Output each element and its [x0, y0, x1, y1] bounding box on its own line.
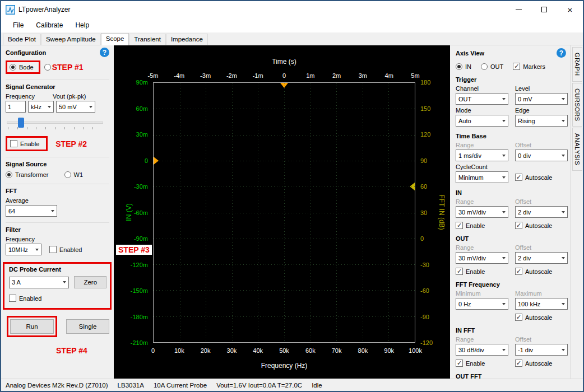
side-tab-cursors[interactable]: CURSORS — [572, 83, 582, 127]
maximize-button[interactable] — [531, 1, 557, 18]
markers-checkbox[interactable]: Markers — [513, 63, 545, 70]
trigger-edge-select[interactable]: Rising — [515, 115, 568, 127]
fft-frequency-autoscale-checkbox[interactable]: Autoscale — [515, 314, 568, 321]
tab-bode-plot[interactable]: Bode Plot — [3, 34, 41, 45]
close-button[interactable]: × — [557, 1, 583, 18]
grid-line-horizontal — [154, 213, 415, 213]
fft-min-select[interactable]: 0 Hz — [456, 298, 508, 310]
step1-highlight-box: Bode — [6, 60, 40, 74]
left-axis-tick: -90m — [134, 235, 148, 242]
trigger-mode-select[interactable]: Auto — [456, 115, 508, 127]
out-range-value: 30 mV/div — [458, 255, 486, 262]
configuration-second-radio[interactable] — [44, 64, 51, 71]
chevron-down-icon — [86, 101, 95, 112]
vout-select[interactable]: 50 mV — [56, 101, 95, 113]
dc-probe-current-select[interactable]: 3 A — [9, 277, 69, 288]
bottom-axis-tick: 10k — [174, 347, 184, 354]
infft-enable-checkbox[interactable]: Enable — [456, 360, 508, 367]
checkbox-checked-icon — [456, 268, 463, 275]
grid-line-vertical — [388, 83, 389, 342]
right-axis-tick: -30 — [420, 262, 429, 268]
help-icon-configuration[interactable]: ? — [100, 48, 109, 57]
left-axis-tick: -60m — [134, 209, 148, 216]
out-offset-select[interactable]: 2 div — [515, 252, 568, 264]
slider-thumb[interactable] — [18, 118, 24, 128]
in-fft-range-label: Range — [456, 336, 508, 343]
top-axis-tick: -4m — [174, 72, 184, 79]
out-autoscale-checkbox[interactable]: Autoscale — [515, 268, 568, 275]
timebase-offset-value: 0 div — [518, 152, 531, 159]
checkbox-checked-icon — [515, 174, 522, 181]
in-range-select[interactable]: 30 mV/div — [456, 206, 508, 218]
frequency-unit-select[interactable]: kHz — [28, 101, 54, 113]
out-range-select[interactable]: 30 mV/div — [456, 252, 508, 264]
top-axis-tick: -3m — [200, 72, 211, 79]
axis-view-out-radio[interactable]: OUT — [481, 63, 503, 70]
run-button[interactable]: Run — [10, 319, 54, 334]
timebase-offset-select[interactable]: 0 div — [515, 150, 568, 161]
infft-offset-select[interactable]: -1 div — [515, 344, 568, 356]
top-axis-tick: 1m — [306, 72, 314, 79]
timebase-range-select[interactable]: 1 ms/div — [456, 150, 508, 161]
fft-average-select[interactable]: 64 — [6, 205, 57, 217]
tab-impedance[interactable]: Impedance — [166, 34, 208, 45]
filter-enabled-checkbox[interactable]: Enabled — [49, 246, 82, 253]
status-segment-3: Vout=1.6V Iout=0.0A T=27.0C — [216, 382, 302, 389]
tab-sweep-amplitude[interactable]: Sweep Amplitude — [41, 34, 101, 45]
in-fft-offset-label: Offset — [515, 336, 568, 343]
signal-source-section: Signal Source Transformer W1 — [6, 157, 109, 178]
source-w1-radio[interactable]: W1 — [64, 171, 84, 178]
app-icon — [6, 5, 15, 15]
checkbox-checked-icon — [456, 222, 463, 229]
chevron-down-icon — [559, 344, 567, 355]
source-transformer-radio[interactable]: Transformer — [6, 171, 49, 178]
checkbox-checked-icon — [456, 360, 463, 367]
chevron-down-icon — [499, 94, 508, 104]
signal-generator-enable-checkbox[interactable]: Enable — [10, 140, 39, 147]
help-icon-axis-view[interactable]: ? — [557, 48, 566, 58]
scope-plot: Time (s) Frequency (Hz) IN (V) FFT IN (d… — [114, 45, 450, 379]
amplitude-slider[interactable] — [7, 117, 103, 132]
bode-radio[interactable]: Bode — [10, 64, 34, 71]
menu-item-calibrate[interactable]: Calibrate — [30, 19, 69, 31]
in-range-label: Range — [456, 198, 508, 205]
filter-frequency-select[interactable]: 10MHz — [6, 244, 41, 255]
tab-transient[interactable]: Transient — [129, 34, 166, 45]
trigger-title: Trigger — [456, 76, 566, 83]
menu-item-help[interactable]: Help — [69, 19, 95, 31]
minimize-button[interactable] — [506, 1, 531, 18]
in-autoscale-checkbox[interactable]: Autoscale — [515, 222, 568, 229]
side-tab-analysis[interactable]: ANALYSIS — [572, 128, 582, 171]
filter-frequency-value: 10MHz — [8, 246, 28, 253]
menu-item-file[interactable]: File — [7, 19, 30, 31]
timebase-autoscale-checkbox[interactable]: Autoscale — [515, 174, 568, 181]
out-enable-checkbox[interactable]: Enable — [456, 268, 508, 275]
dc-probe-current-value: 3 A — [12, 279, 21, 286]
infft-range-select[interactable]: 30 dB/div — [456, 344, 508, 356]
infft-range-value: 30 dB/div — [458, 347, 484, 353]
zero-button[interactable]: Zero — [74, 276, 106, 288]
out-offset-label: Offset — [515, 244, 568, 251]
window-controls: × — [506, 1, 583, 18]
left-axis-tick: -210m — [131, 339, 148, 346]
single-button[interactable]: Single — [66, 319, 109, 334]
frequency-input[interactable] — [6, 101, 26, 113]
checkbox-checked-icon — [515, 360, 522, 367]
dc-probe-title: DC Probe Current — [9, 266, 106, 273]
side-tab-graph[interactable]: GRAPH — [572, 47, 582, 82]
trigger-level-input[interactable]: 0 mV — [515, 93, 568, 105]
side-tab-strip: GRAPHCURSORSANALYSIS — [571, 45, 583, 379]
in-enable-checkbox[interactable]: Enable — [456, 222, 508, 229]
trigger-channel-select[interactable]: OUT — [456, 93, 508, 105]
infft-autoscale-checkbox[interactable]: Autoscale — [515, 360, 568, 367]
axis-view-in-radio[interactable]: IN — [456, 63, 471, 70]
fft-max-select[interactable]: 100 kHz — [515, 298, 568, 310]
left-panel: Configuration ? Bode STEP #1 Signal Gene… — [1, 45, 114, 379]
dc-probe-enabled-checkbox[interactable]: Enabled — [9, 295, 41, 302]
tab-scope[interactable]: Scope — [101, 33, 129, 45]
configuration-title: Configuration — [6, 49, 46, 56]
cyclecount-select[interactable]: Minimum — [456, 171, 508, 183]
in-offset-select[interactable]: 2 div — [515, 206, 568, 218]
left-axis-tick: -180m — [131, 314, 148, 320]
top-axis-tick: -1m — [253, 72, 263, 79]
